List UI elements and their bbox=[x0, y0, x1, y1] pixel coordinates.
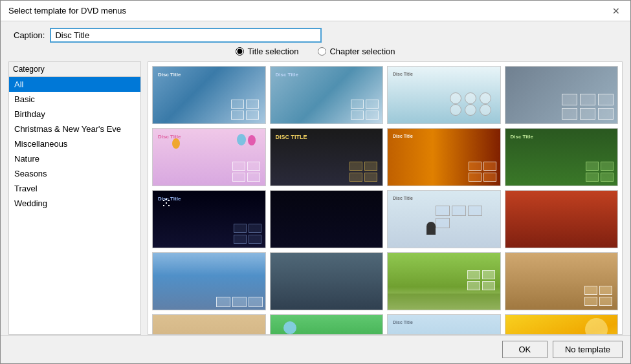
sidebar-item-nature[interactable]: Nature bbox=[9, 151, 140, 166]
template-cell-3[interactable]: Disc Title bbox=[387, 66, 501, 124]
template-cell-19[interactable]: Disc Title bbox=[387, 314, 501, 335]
template-grid-area: Disc Title Disc Title bbox=[148, 61, 623, 335]
sidebar-header: Category bbox=[9, 62, 140, 77]
template-cell-13[interactable] bbox=[152, 252, 266, 310]
caption-input[interactable] bbox=[50, 28, 322, 43]
no-template-button[interactable]: No template bbox=[553, 341, 623, 358]
template-cell-18[interactable] bbox=[270, 314, 384, 335]
template-cell-12[interactable] bbox=[505, 190, 619, 248]
radio-row: Title selection Chapter selection bbox=[1, 47, 630, 61]
sidebar-item-wedding[interactable]: Wedding bbox=[9, 196, 140, 211]
template-cell-9[interactable]: Disc Title bbox=[152, 190, 266, 248]
template-cell-1[interactable]: Disc Title bbox=[152, 66, 266, 124]
chapter-selection-radio[interactable]: Chapter selection bbox=[318, 47, 395, 56]
template-grid: Disc Title Disc Title bbox=[152, 66, 618, 335]
sidebar-item-basic[interactable]: Basic bbox=[9, 92, 140, 107]
ok-button[interactable]: OK bbox=[502, 341, 548, 358]
template-cell-6[interactable]: DISC TITLE bbox=[270, 128, 384, 186]
main-content: Category All Basic Birthday Christmas & … bbox=[1, 61, 630, 335]
template-cell-5[interactable]: Disc Title bbox=[152, 128, 266, 186]
template-cell-7[interactable]: Disc Title bbox=[387, 128, 501, 186]
sidebar-item-all[interactable]: All bbox=[9, 77, 140, 92]
footer: OK No template bbox=[1, 335, 630, 363]
template-cell-2[interactable]: Disc Title bbox=[270, 66, 384, 124]
template-cell-11[interactable]: Disc Title bbox=[387, 190, 501, 248]
title-bar: Select template for DVD menus ✕ bbox=[1, 1, 630, 21]
template-cell-15[interactable] bbox=[387, 252, 501, 310]
template-cell-14[interactable] bbox=[270, 252, 384, 310]
title-selection-radio[interactable]: Title selection bbox=[236, 47, 298, 56]
dialog-title: Select template for DVD menus bbox=[8, 6, 126, 16]
close-button[interactable]: ✕ bbox=[610, 5, 623, 17]
sidebar-item-birthday[interactable]: Birthday bbox=[9, 107, 140, 122]
sidebar-item-misc[interactable]: Miscellaneous bbox=[9, 136, 140, 151]
dialog: Select template for DVD menus ✕ Caption:… bbox=[0, 0, 631, 364]
caption-label: Caption: bbox=[14, 30, 45, 40]
template-cell-20[interactable] bbox=[505, 314, 619, 335]
sidebar-item-seasons[interactable]: Seasons bbox=[9, 166, 140, 181]
template-cell-16[interactable] bbox=[505, 252, 619, 310]
caption-row: Caption: bbox=[1, 21, 630, 47]
template-cell-4[interactable] bbox=[505, 66, 619, 124]
template-cell-17[interactable] bbox=[152, 314, 266, 335]
category-sidebar: Category All Basic Birthday Christmas & … bbox=[8, 61, 141, 335]
sidebar-item-christmas[interactable]: Christmas & New Year's Eve bbox=[9, 122, 140, 136]
sidebar-item-travel[interactable]: Travel bbox=[9, 181, 140, 196]
template-cell-8[interactable]: Disc Title bbox=[505, 128, 619, 186]
template-cell-10[interactable] bbox=[270, 190, 384, 248]
